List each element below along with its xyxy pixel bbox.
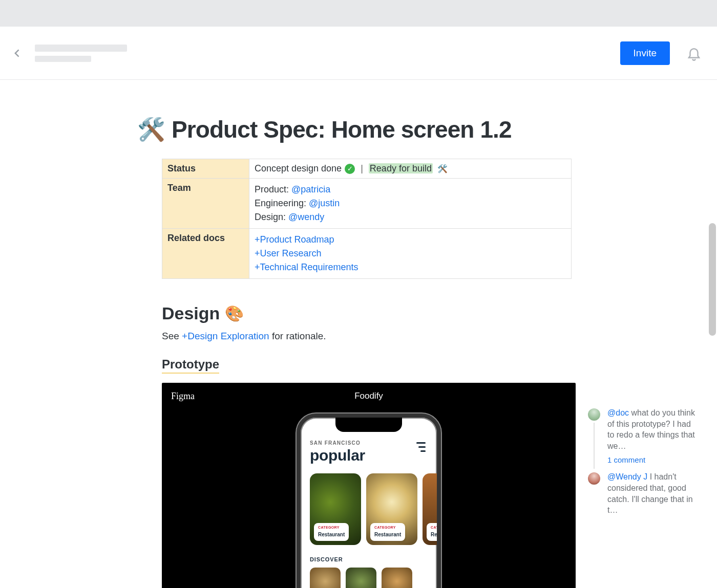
mention-justin[interactable]: @justin <box>309 198 340 208</box>
thumb-row: Cuisine Cuisine Cuisine <box>310 568 428 588</box>
team-label: Product: <box>255 184 291 194</box>
top-band <box>0 0 717 27</box>
comment[interactable]: @Wendy J I hadn't considered that, good … <box>588 471 695 515</box>
doc-link-tech-req[interactable]: +Technical Requirements <box>255 262 358 272</box>
menu-icon <box>416 442 426 452</box>
comment[interactable]: @doc what do you think of this prototype… <box>588 407 695 451</box>
phone-notch <box>335 418 402 432</box>
related-key: Related docs <box>162 229 249 279</box>
discover-heading: DISCOVER <box>310 556 428 562</box>
title-row: 🛠️ Product Spec: Home screen 1.2 <box>137 116 619 143</box>
chip-key: CATEGORY <box>374 526 401 529</box>
comment-body: @Wendy J I hadn't considered that, good … <box>607 471 695 515</box>
related-doc: +Product Roadmap <box>255 233 566 247</box>
related-value: +Product Roadmap +User Research +Technic… <box>249 229 572 279</box>
card-chip: CATEGORYRestaurant <box>314 523 349 541</box>
phone-frame: SAN FRANCISCO popular CATEGORYRestaurant… <box>297 413 441 588</box>
status-ready: Ready for build <box>369 163 433 173</box>
prototype-heading: Prototype <box>162 357 219 374</box>
page: 🛠️ Product Spec: Home screen 1.2 Status … <box>0 80 717 588</box>
scrollbar[interactable] <box>709 223 716 336</box>
skeleton-line <box>35 56 91 62</box>
doc-link-roadmap[interactable]: +Product Roadmap <box>255 234 334 245</box>
page-title: Product Spec: Home screen 1.2 <box>172 116 512 143</box>
table-row: Team Product: @patricia Engineering: @ju… <box>162 179 572 229</box>
team-label: Engineering: <box>255 198 309 208</box>
document: 🛠️ Product Spec: Home screen 1.2 Status … <box>137 80 619 588</box>
team-product: Product: @patricia <box>255 183 566 197</box>
palette-icon: 🎨 <box>225 304 244 322</box>
thumb: Cuisine <box>346 568 376 588</box>
thread-line <box>594 423 595 469</box>
doc-link-design-exploration[interactable]: +Design Exploration <box>182 331 269 341</box>
mention-patricia[interactable]: @patricia <box>291 184 330 194</box>
status-value: Concept design done ✓ | Ready for build … <box>249 159 572 179</box>
comment-count[interactable]: 1 comment <box>607 455 695 464</box>
thumb-image <box>310 568 341 588</box>
avatar <box>588 408 600 421</box>
mention-doc[interactable]: @doc <box>607 408 629 417</box>
thumb: Cuisine <box>310 568 341 588</box>
design-sub-suffix: for rationale. <box>269 331 326 341</box>
comments-panel: @doc what do you think of this prototype… <box>588 407 695 519</box>
related-doc: +Technical Requirements <box>255 260 566 274</box>
figma-brand: Figma <box>171 391 195 402</box>
hero-heading: popular <box>310 447 428 464</box>
table-row: Status Concept design done ✓ | Ready for… <box>162 159 572 179</box>
back-icon[interactable] <box>12 48 23 58</box>
chip-value: Restaurant <box>318 532 345 537</box>
doc-link-user-research[interactable]: +User Research <box>255 248 322 258</box>
chip-key: CATEGORY <box>431 526 441 529</box>
food-card: CATEGORYRestaurant <box>366 473 417 545</box>
card-chip: CATEGORYRestaurant <box>427 523 441 541</box>
table-row: Related docs +Product Roadmap +User Rese… <box>162 229 572 279</box>
chip-key: CATEGORY <box>318 526 345 529</box>
food-card: CATEGORYRestaurant <box>310 473 361 545</box>
chip-value: Restaurant <box>431 532 441 537</box>
status-done: Concept design done ✓ <box>255 163 355 174</box>
check-icon: ✓ <box>345 164 355 174</box>
team-value: Product: @patricia Engineering: @justin … <box>249 179 572 229</box>
skeleton-line <box>35 45 127 52</box>
status-done-text: Concept design done <box>255 163 342 174</box>
metadata-table: Status Concept design done ✓ | Ready for… <box>162 159 572 279</box>
hammer-icon: 🛠️ <box>137 116 165 143</box>
avatar <box>588 472 600 485</box>
figma-embed[interactable]: Figma Foodify SAN FRANCISCO popular CATE… <box>162 383 576 588</box>
city-label: SAN FRANCISCO <box>310 440 428 446</box>
thumb-image <box>346 568 376 588</box>
status-separator: | <box>361 163 363 173</box>
design-heading: Design 🎨 <box>162 303 619 323</box>
header-left <box>12 45 127 62</box>
figma-title: Foodify <box>354 391 383 401</box>
team-key: Team <box>162 179 249 229</box>
mention-wendy-j[interactable]: @Wendy J <box>607 472 647 481</box>
mention-wendy[interactable]: @wendy <box>288 212 324 222</box>
header: Invite <box>0 27 717 80</box>
header-right: Invite <box>620 41 702 65</box>
hammer-icon: 🛠️ <box>437 164 448 173</box>
phone-screen: SAN FRANCISCO popular CATEGORYRestaurant… <box>301 418 437 588</box>
comment-body: @doc what do you think of this prototype… <box>607 407 695 451</box>
thumb-image <box>382 568 412 588</box>
food-card: CATEGORYRestaurant <box>423 473 441 545</box>
chip-value: Restaurant <box>374 532 401 537</box>
team-design: Design: @wendy <box>255 210 566 224</box>
team-label: Design: <box>255 212 288 222</box>
invite-button[interactable]: Invite <box>620 41 670 65</box>
thumb: Cuisine <box>382 568 412 588</box>
breadcrumb-skeleton <box>35 45 127 62</box>
card-chip: CATEGORYRestaurant <box>370 523 405 541</box>
status-key: Status <box>162 159 249 179</box>
design-heading-text: Design <box>162 303 220 323</box>
design-sub-prefix: See <box>162 331 182 341</box>
team-engineering: Engineering: @justin <box>255 197 566 210</box>
notifications-icon[interactable] <box>686 46 702 61</box>
card-row: CATEGORYRestaurant CATEGORYRestaurant CA… <box>310 473 428 545</box>
related-doc: +User Research <box>255 247 566 260</box>
design-subtext: See +Design Exploration for rationale. <box>162 331 619 342</box>
